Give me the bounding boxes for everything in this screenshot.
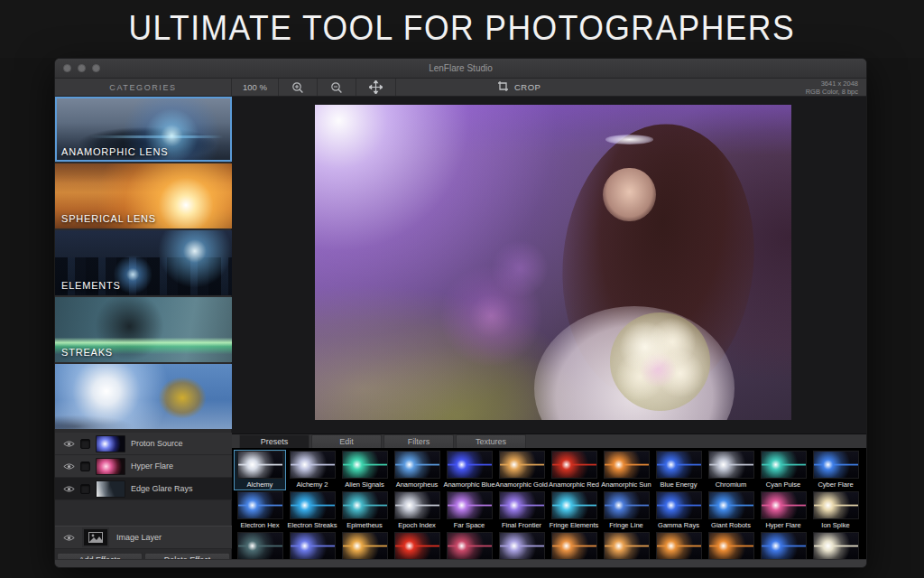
category-streaks[interactable]: STREAKS [55, 297, 232, 362]
preset-thumbnail [551, 451, 597, 479]
preset-fringe-elements[interactable]: Fringe Elements [548, 490, 600, 531]
image-layer-thumbnail [82, 527, 109, 547]
zoom-in-button[interactable] [279, 79, 317, 96]
preset-alien-signals[interactable]: Alien Signals [338, 450, 391, 490]
preset-epimetheus[interactable]: Epimetheus [338, 490, 391, 531]
preset-anamorphic-sun[interactable]: Anamorphic Sun [600, 450, 652, 490]
toolbar: CATEGORIES 100 % [55, 79, 866, 97]
preset-name: Hyper Flare [765, 521, 800, 529]
panel-tabs: PresetsEditFiltersTextures [239, 434, 526, 448]
layer-thumbnail [96, 435, 125, 452]
layer-checkbox[interactable] [80, 439, 90, 449]
tab-textures[interactable]: Textures [456, 434, 526, 448]
preset-name: Alchemy [247, 480, 273, 489]
preset-giant-robots[interactable]: Giant Robots [705, 490, 757, 531]
sidebar: ANAMORPHIC LENSSPHERICAL LENSELEMENTSSTR… [55, 97, 232, 560]
preset-thumbnail [394, 451, 440, 479]
preset-thumbnail [499, 491, 545, 519]
canvas-area[interactable] [232, 97, 867, 434]
preset-fringe-line[interactable]: Fringe Line [600, 490, 652, 531]
bride-bouquet [610, 312, 710, 410]
preset-anamorphic-blue[interactable]: Anamorphic Blue [443, 450, 495, 490]
preset-anamorphic-gold[interactable]: Anamorphic Gold [495, 450, 548, 490]
preset-chromium[interactable]: Chromium [705, 450, 757, 490]
crop-icon [497, 80, 509, 94]
preset-cyan-pulse[interactable]: Cyan Pulse [757, 450, 809, 490]
title-bar: LenFlare Studio [55, 59, 866, 79]
layer-row-proton-source[interactable]: Proton Source [55, 433, 232, 455]
preset-electron-hex[interactable]: Electron Hex [234, 490, 286, 531]
screen: ULTIMATE TOOL FOR PHOTOGRAPHERS LenFlare… [0, 0, 924, 578]
preset-thumbnail [342, 491, 388, 519]
category-label: ELEMENTS [61, 280, 121, 291]
presets-panel: AlchemyAlchemy 2Alien SignalsAnamorpheus… [232, 448, 867, 560]
category-spherical-lens[interactable]: SPHERICAL LENS [55, 163, 232, 228]
bride-tiara [605, 135, 653, 144]
preset-thumbnail [394, 491, 440, 519]
eye-icon[interactable] [62, 482, 75, 495]
layer-checkbox[interactable] [80, 461, 90, 471]
layer-name: Proton Source [131, 439, 183, 448]
preset-thumbnail [237, 491, 283, 519]
zoom-window-button[interactable] [92, 64, 100, 72]
layer-row-edge-glare-rays[interactable]: Edge Glare Rays [55, 478, 232, 500]
layer-thumbnail [96, 458, 125, 475]
preset-name: Alchemy 2 [296, 480, 328, 489]
preset-anamorpheus[interactable]: Anamorpheus [391, 450, 443, 490]
preset-alchemy[interactable]: Alchemy [234, 450, 286, 490]
preset-name: Chromium [716, 480, 747, 489]
preset-name: Anamorphic Sun [601, 480, 651, 489]
preset-cyber-flare[interactable]: Cyber Flare [809, 450, 862, 490]
eye-icon[interactable] [62, 460, 75, 472]
category-anamorphic-lens[interactable]: ANAMORPHIC LENS [55, 97, 232, 162]
photo-bride [315, 105, 791, 420]
category-list: ANAMORPHIC LENSSPHERICAL LENSELEMENTSSTR… [55, 97, 232, 431]
preset-hyper-flare[interactable]: Hyper Flare [757, 490, 809, 531]
tab-presets[interactable]: Presets [239, 434, 310, 448]
preset-thumbnail [813, 532, 859, 560]
layer-checkbox[interactable] [80, 484, 90, 494]
eye-icon[interactable] [62, 531, 75, 544]
eye-icon[interactable] [62, 437, 75, 450]
close-button[interactable] [63, 64, 71, 72]
minimize-button[interactable] [78, 64, 86, 72]
preset-name: Far Space [454, 521, 485, 529]
preset-epoch-index[interactable]: Epoch Index [391, 490, 443, 531]
category-elements[interactable]: ELEMENTS [55, 230, 232, 295]
preset-thumbnail [656, 451, 702, 479]
tab-filters[interactable]: Filters [383, 434, 454, 448]
preset-blue-energy[interactable]: Blue Energy [652, 450, 705, 490]
preset-thumbnail [499, 451, 545, 479]
preset-name: Gamma Rays [658, 521, 699, 529]
preset-far-space[interactable]: Far Space [443, 490, 495, 531]
preset-name: Cyan Pulse [766, 480, 800, 489]
preset-electron-streaks[interactable]: Electron Streaks [286, 490, 338, 531]
marketing-banner: ULTIMATE TOOL FOR PHOTOGRAPHERS [0, 0, 924, 58]
layer-row-hyper-flare[interactable]: Hyper Flare [55, 455, 232, 478]
traffic-lights [63, 64, 100, 72]
preset-thumbnail [656, 491, 702, 519]
preset-thumbnail [813, 451, 859, 479]
zoom-out-button[interactable] [318, 79, 356, 96]
category-thumbnail-4[interactable] [55, 364, 232, 429]
preset-thumbnail [761, 532, 807, 560]
tab-edit[interactable]: Edit [311, 434, 382, 448]
preset-final-frontier[interactable]: Final Frontier [495, 490, 548, 531]
preset-thumbnail [237, 451, 283, 479]
category-label: STREAKS [61, 347, 113, 358]
preset-alchemy-2[interactable]: Alchemy 2 [286, 450, 338, 490]
window-footer [55, 559, 866, 567]
preset-name: Electron Hex [241, 521, 280, 529]
preset-thumbnail [394, 532, 440, 560]
effect-layer-list: Proton SourceHyper FlareEdge Glare Rays [55, 433, 232, 500]
preset-ion-spike[interactable]: Ion Spike [809, 490, 862, 531]
preset-gamma-rays[interactable]: Gamma Rays [652, 490, 705, 531]
crop-button[interactable]: CROP [483, 79, 555, 96]
preset-name: Fringe Line [609, 521, 643, 529]
preset-thumbnail [604, 532, 650, 560]
preset-thumbnail [290, 451, 336, 479]
pan-tool-button[interactable] [356, 79, 395, 96]
image-layer-row[interactable]: Image Layer [55, 526, 232, 549]
preset-thumbnail [761, 491, 807, 519]
preset-anamorphic-red[interactable]: Anamorphic Red [548, 450, 600, 490]
